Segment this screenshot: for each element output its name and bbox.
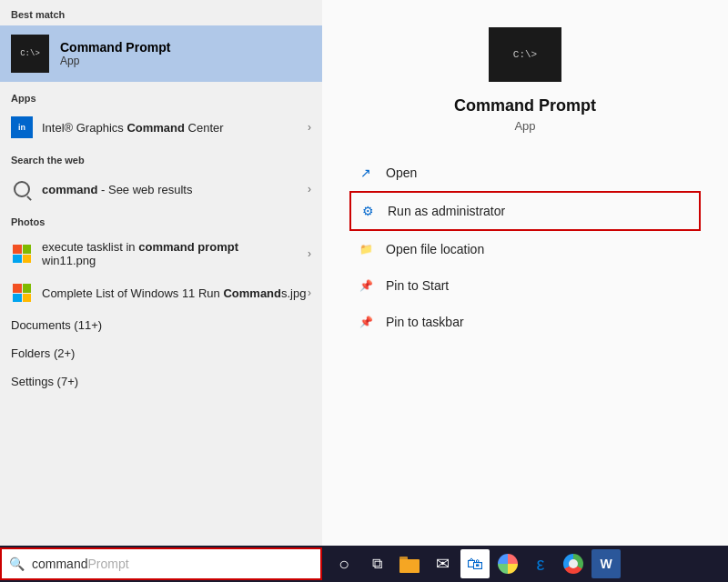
open-label: Open <box>386 166 417 180</box>
search-web-text: command - See web results <box>42 183 311 196</box>
open-icon <box>357 164 375 182</box>
action-list: Open Run as administrator Open file loca… <box>322 155 728 340</box>
task-view-button[interactable]: ⧉ <box>362 549 391 578</box>
photo1-chevron: › <box>308 247 311 260</box>
action-run-as-admin[interactable]: Run as administrator <box>349 191 701 231</box>
chrome-button[interactable] <box>559 549 588 578</box>
folders-item[interactable]: Folders (2+) <box>0 339 322 367</box>
taskbar: 🔍 command Prompt ○ ⧉ ✉ 🛍 ε <box>0 546 728 582</box>
photo-item-2[interactable]: Complete List of Windows 11 Run Commands… <box>0 275 322 311</box>
apps-section: Apps in Intel® Graphics Command Center › <box>0 84 322 146</box>
cmd-icon <box>11 35 49 73</box>
taskbar-search-icon: 🔍 <box>9 557 25 571</box>
photos-button[interactable] <box>493 549 522 578</box>
right-panel: Command Prompt App Open Run as administr… <box>322 0 728 546</box>
photo1-icon <box>11 243 33 265</box>
apps-section-label: Apps <box>0 84 322 109</box>
best-match-name-bold: Command <box>60 40 122 55</box>
pin-taskbar-label: Pin to taskbar <box>386 315 464 329</box>
search-web-icon <box>11 178 33 200</box>
edge-button[interactable]: ε <box>526 549 555 578</box>
folders-label: Folders (2+) <box>11 346 311 360</box>
file-loc-icon <box>357 240 375 258</box>
svg-rect-2 <box>399 557 408 561</box>
photo2-text: Complete List of Windows 11 Run Commands… <box>42 286 311 300</box>
photo-item-1[interactable]: execute tasklist in command promptwin11.… <box>0 233 322 275</box>
runas-icon <box>359 202 377 220</box>
search-web-section: Search the web command - See web results… <box>0 146 322 207</box>
pin-start-label: Pin to Start <box>386 278 449 293</box>
search-web-item[interactable]: command - See web results › <box>0 171 322 207</box>
settings-item[interactable]: Settings (7+) <box>0 367 322 396</box>
action-open[interactable]: Open <box>349 155 701 191</box>
best-match-item[interactable]: Command Prompt App <box>0 25 322 82</box>
best-match-text: Command Prompt App <box>60 40 170 67</box>
runas-label: Run as administrator <box>388 204 505 218</box>
search-web-label: Search the web <box>0 146 322 171</box>
action-pin-to-taskbar[interactable]: Pin to taskbar <box>349 304 701 340</box>
search-web-chevron: › <box>308 183 311 196</box>
cortana-button[interactable]: ○ <box>329 549 359 578</box>
photos-section-label: Photos <box>0 207 322 233</box>
pin-start-icon <box>357 276 375 295</box>
file-explorer-button[interactable] <box>395 549 424 578</box>
intel-chevron: › <box>308 121 311 134</box>
best-match-name: Command Prompt <box>60 40 170 55</box>
intel-item-text: Intel® Graphics Command Center <box>42 121 311 135</box>
best-match-section: Best match Command Prompt App <box>0 0 322 82</box>
best-match-label: Best match <box>0 0 322 25</box>
intel-graphics-item[interactable]: in Intel® Graphics Command Center › <box>0 109 322 146</box>
taskbar-search-typed: command <box>32 557 87 571</box>
photo2-chevron: › <box>308 286 311 299</box>
settings-label: Settings (7+) <box>11 375 311 388</box>
documents-label: Documents (11+) <box>11 318 311 332</box>
best-match-name-rest: Prompt <box>122 40 170 55</box>
store-button[interactable]: 🛍 <box>460 549 490 578</box>
search-panel: Best match Command Prompt App Apps in In… <box>0 0 322 546</box>
documents-item[interactable]: Documents (11+) <box>0 311 322 339</box>
taskbar-icons: ○ ⧉ ✉ 🛍 ε W <box>329 549 621 578</box>
photo1-text: execute tasklist in command promptwin11.… <box>42 240 311 267</box>
action-open-file-location[interactable]: Open file location <box>349 231 701 267</box>
app-subtitle: App <box>514 119 535 133</box>
pin-taskbar-icon <box>357 313 375 331</box>
word-button[interactable]: W <box>592 549 621 578</box>
intel-icon: in <box>11 116 33 138</box>
taskbar-search-box[interactable]: 🔍 command Prompt <box>0 547 322 580</box>
app-title: Command Prompt <box>454 96 596 115</box>
app-preview-icon <box>489 27 561 82</box>
best-match-type: App <box>60 55 170 67</box>
file-loc-label: Open file location <box>386 242 484 256</box>
photo2-icon <box>11 282 33 304</box>
photos-section: Photos execute tasklist in command promp… <box>0 207 322 311</box>
action-pin-to-start[interactable]: Pin to Start <box>349 267 701 304</box>
taskbar-search-placeholder: Prompt <box>87 557 128 571</box>
mail-button[interactable]: ✉ <box>428 549 457 578</box>
